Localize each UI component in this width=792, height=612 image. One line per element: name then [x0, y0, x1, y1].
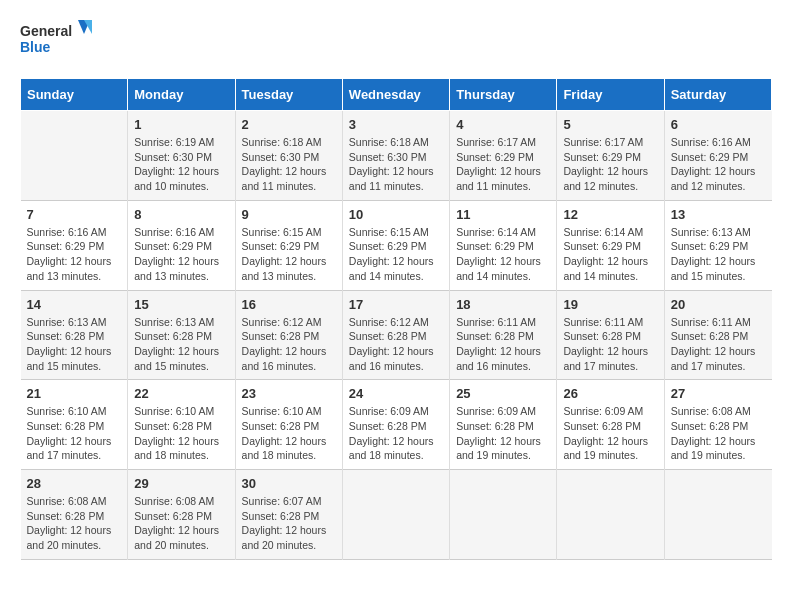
- day-info: Sunrise: 6:13 AM Sunset: 6:28 PM Dayligh…: [134, 315, 228, 374]
- calendar-cell: 3Sunrise: 6:18 AM Sunset: 6:30 PM Daylig…: [342, 111, 449, 201]
- calendar-cell: 5Sunrise: 6:17 AM Sunset: 6:29 PM Daylig…: [557, 111, 664, 201]
- day-info: Sunrise: 6:14 AM Sunset: 6:29 PM Dayligh…: [563, 225, 657, 284]
- header-cell-saturday: Saturday: [664, 79, 771, 111]
- day-number: 26: [563, 386, 657, 401]
- logo-svg: GeneralBlue: [20, 20, 100, 62]
- calendar-cell: 21Sunrise: 6:10 AM Sunset: 6:28 PM Dayli…: [21, 380, 128, 470]
- calendar-cell: 12Sunrise: 6:14 AM Sunset: 6:29 PM Dayli…: [557, 200, 664, 290]
- calendar-cell: 7Sunrise: 6:16 AM Sunset: 6:29 PM Daylig…: [21, 200, 128, 290]
- day-info: Sunrise: 6:10 AM Sunset: 6:28 PM Dayligh…: [27, 404, 122, 463]
- header-cell-tuesday: Tuesday: [235, 79, 342, 111]
- calendar-cell: [557, 470, 664, 560]
- day-info: Sunrise: 6:16 AM Sunset: 6:29 PM Dayligh…: [671, 135, 766, 194]
- day-info: Sunrise: 6:15 AM Sunset: 6:29 PM Dayligh…: [349, 225, 443, 284]
- calendar-cell: [21, 111, 128, 201]
- header-cell-sunday: Sunday: [21, 79, 128, 111]
- day-number: 8: [134, 207, 228, 222]
- calendar-cell: 26Sunrise: 6:09 AM Sunset: 6:28 PM Dayli…: [557, 380, 664, 470]
- day-info: Sunrise: 6:13 AM Sunset: 6:28 PM Dayligh…: [27, 315, 122, 374]
- day-number: 10: [349, 207, 443, 222]
- calendar-cell: 15Sunrise: 6:13 AM Sunset: 6:28 PM Dayli…: [128, 290, 235, 380]
- calendar-cell: 27Sunrise: 6:08 AM Sunset: 6:28 PM Dayli…: [664, 380, 771, 470]
- day-number: 12: [563, 207, 657, 222]
- day-number: 16: [242, 297, 336, 312]
- svg-text:Blue: Blue: [20, 39, 51, 55]
- day-info: Sunrise: 6:16 AM Sunset: 6:29 PM Dayligh…: [27, 225, 122, 284]
- header-cell-thursday: Thursday: [450, 79, 557, 111]
- header-cell-friday: Friday: [557, 79, 664, 111]
- header-cell-wednesday: Wednesday: [342, 79, 449, 111]
- page-header: GeneralBlue: [20, 20, 772, 62]
- day-number: 3: [349, 117, 443, 132]
- calendar-cell: 23Sunrise: 6:10 AM Sunset: 6:28 PM Dayli…: [235, 380, 342, 470]
- day-number: 4: [456, 117, 550, 132]
- calendar-cell: 10Sunrise: 6:15 AM Sunset: 6:29 PM Dayli…: [342, 200, 449, 290]
- calendar-week-5: 28Sunrise: 6:08 AM Sunset: 6:28 PM Dayli…: [21, 470, 772, 560]
- calendar-cell: 28Sunrise: 6:08 AM Sunset: 6:28 PM Dayli…: [21, 470, 128, 560]
- calendar-cell: 11Sunrise: 6:14 AM Sunset: 6:29 PM Dayli…: [450, 200, 557, 290]
- day-info: Sunrise: 6:11 AM Sunset: 6:28 PM Dayligh…: [563, 315, 657, 374]
- day-number: 24: [349, 386, 443, 401]
- day-info: Sunrise: 6:11 AM Sunset: 6:28 PM Dayligh…: [671, 315, 766, 374]
- calendar-table: SundayMondayTuesdayWednesdayThursdayFrid…: [20, 78, 772, 560]
- day-info: Sunrise: 6:16 AM Sunset: 6:29 PM Dayligh…: [134, 225, 228, 284]
- day-number: 29: [134, 476, 228, 491]
- day-info: Sunrise: 6:17 AM Sunset: 6:29 PM Dayligh…: [563, 135, 657, 194]
- calendar-cell: 4Sunrise: 6:17 AM Sunset: 6:29 PM Daylig…: [450, 111, 557, 201]
- logo: GeneralBlue: [20, 20, 100, 62]
- day-info: Sunrise: 6:10 AM Sunset: 6:28 PM Dayligh…: [134, 404, 228, 463]
- day-info: Sunrise: 6:12 AM Sunset: 6:28 PM Dayligh…: [242, 315, 336, 374]
- day-number: 2: [242, 117, 336, 132]
- calendar-cell: 24Sunrise: 6:09 AM Sunset: 6:28 PM Dayli…: [342, 380, 449, 470]
- day-number: 6: [671, 117, 766, 132]
- calendar-cell: 13Sunrise: 6:13 AM Sunset: 6:29 PM Dayli…: [664, 200, 771, 290]
- calendar-cell: 22Sunrise: 6:10 AM Sunset: 6:28 PM Dayli…: [128, 380, 235, 470]
- day-number: 25: [456, 386, 550, 401]
- calendar-cell: 29Sunrise: 6:08 AM Sunset: 6:28 PM Dayli…: [128, 470, 235, 560]
- calendar-cell: 2Sunrise: 6:18 AM Sunset: 6:30 PM Daylig…: [235, 111, 342, 201]
- day-number: 5: [563, 117, 657, 132]
- day-info: Sunrise: 6:09 AM Sunset: 6:28 PM Dayligh…: [563, 404, 657, 463]
- day-info: Sunrise: 6:08 AM Sunset: 6:28 PM Dayligh…: [671, 404, 766, 463]
- day-number: 28: [27, 476, 122, 491]
- calendar-cell: 16Sunrise: 6:12 AM Sunset: 6:28 PM Dayli…: [235, 290, 342, 380]
- day-number: 18: [456, 297, 550, 312]
- day-info: Sunrise: 6:09 AM Sunset: 6:28 PM Dayligh…: [349, 404, 443, 463]
- calendar-cell: 30Sunrise: 6:07 AM Sunset: 6:28 PM Dayli…: [235, 470, 342, 560]
- day-number: 17: [349, 297, 443, 312]
- day-info: Sunrise: 6:12 AM Sunset: 6:28 PM Dayligh…: [349, 315, 443, 374]
- calendar-cell: 8Sunrise: 6:16 AM Sunset: 6:29 PM Daylig…: [128, 200, 235, 290]
- calendar-cell: 19Sunrise: 6:11 AM Sunset: 6:28 PM Dayli…: [557, 290, 664, 380]
- day-number: 30: [242, 476, 336, 491]
- day-number: 23: [242, 386, 336, 401]
- day-number: 14: [27, 297, 122, 312]
- day-info: Sunrise: 6:08 AM Sunset: 6:28 PM Dayligh…: [134, 494, 228, 553]
- day-number: 15: [134, 297, 228, 312]
- calendar-week-4: 21Sunrise: 6:10 AM Sunset: 6:28 PM Dayli…: [21, 380, 772, 470]
- calendar-cell: 25Sunrise: 6:09 AM Sunset: 6:28 PM Dayli…: [450, 380, 557, 470]
- day-info: Sunrise: 6:19 AM Sunset: 6:30 PM Dayligh…: [134, 135, 228, 194]
- day-info: Sunrise: 6:11 AM Sunset: 6:28 PM Dayligh…: [456, 315, 550, 374]
- day-info: Sunrise: 6:17 AM Sunset: 6:29 PM Dayligh…: [456, 135, 550, 194]
- calendar-week-1: 1Sunrise: 6:19 AM Sunset: 6:30 PM Daylig…: [21, 111, 772, 201]
- calendar-cell: 18Sunrise: 6:11 AM Sunset: 6:28 PM Dayli…: [450, 290, 557, 380]
- calendar-cell: 1Sunrise: 6:19 AM Sunset: 6:30 PM Daylig…: [128, 111, 235, 201]
- calendar-cell: [664, 470, 771, 560]
- day-number: 21: [27, 386, 122, 401]
- header-row: SundayMondayTuesdayWednesdayThursdayFrid…: [21, 79, 772, 111]
- calendar-week-2: 7Sunrise: 6:16 AM Sunset: 6:29 PM Daylig…: [21, 200, 772, 290]
- day-number: 9: [242, 207, 336, 222]
- day-number: 1: [134, 117, 228, 132]
- day-info: Sunrise: 6:18 AM Sunset: 6:30 PM Dayligh…: [349, 135, 443, 194]
- day-number: 22: [134, 386, 228, 401]
- day-number: 13: [671, 207, 766, 222]
- day-number: 27: [671, 386, 766, 401]
- calendar-cell: 9Sunrise: 6:15 AM Sunset: 6:29 PM Daylig…: [235, 200, 342, 290]
- day-number: 19: [563, 297, 657, 312]
- day-info: Sunrise: 6:08 AM Sunset: 6:28 PM Dayligh…: [27, 494, 122, 553]
- day-info: Sunrise: 6:09 AM Sunset: 6:28 PM Dayligh…: [456, 404, 550, 463]
- day-info: Sunrise: 6:14 AM Sunset: 6:29 PM Dayligh…: [456, 225, 550, 284]
- calendar-cell: [342, 470, 449, 560]
- day-number: 20: [671, 297, 766, 312]
- day-info: Sunrise: 6:18 AM Sunset: 6:30 PM Dayligh…: [242, 135, 336, 194]
